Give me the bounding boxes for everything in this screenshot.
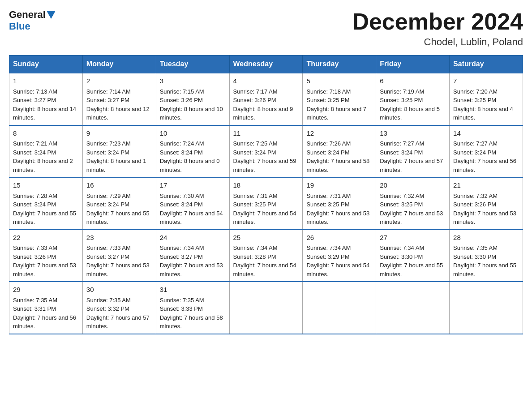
day-number: 28 bbox=[453, 233, 519, 243]
day-number: 16 bbox=[86, 180, 152, 191]
day-cell: 28Sunrise: 7:35 AMSunset: 3:30 PMDayligh… bbox=[450, 230, 523, 282]
day-info: Sunrise: 7:31 AMSunset: 3:25 PMDaylight:… bbox=[306, 193, 369, 226]
logo-triangle-icon bbox=[47, 11, 56, 19]
day-number: 21 bbox=[453, 180, 519, 191]
day-cell: 27Sunrise: 7:34 AMSunset: 3:30 PMDayligh… bbox=[376, 230, 450, 282]
header-monday: Monday bbox=[82, 56, 156, 73]
header-row: SundayMondayTuesdayWednesdayThursdayFrid… bbox=[9, 56, 523, 73]
day-number: 13 bbox=[380, 128, 446, 139]
day-info: Sunrise: 7:35 AMSunset: 3:32 PMDaylight:… bbox=[86, 297, 150, 330]
month-title: December 2024 bbox=[352, 9, 523, 34]
day-info: Sunrise: 7:30 AMSunset: 3:24 PMDaylight:… bbox=[160, 193, 223, 226]
day-cell: 12Sunrise: 7:26 AMSunset: 3:24 PMDayligh… bbox=[303, 125, 376, 178]
day-number: 24 bbox=[160, 233, 226, 243]
day-cell: 7Sunrise: 7:20 AMSunset: 3:25 PMDaylight… bbox=[450, 73, 523, 125]
day-info: Sunrise: 7:24 AMSunset: 3:24 PMDaylight:… bbox=[160, 140, 220, 173]
day-cell: 13Sunrise: 7:27 AMSunset: 3:24 PMDayligh… bbox=[376, 125, 450, 178]
day-number: 5 bbox=[306, 76, 372, 86]
day-info: Sunrise: 7:34 AMSunset: 3:28 PMDaylight:… bbox=[233, 244, 296, 278]
day-number: 20 bbox=[380, 180, 446, 191]
day-cell: 24Sunrise: 7:34 AMSunset: 3:27 PMDayligh… bbox=[156, 230, 229, 282]
day-cell: 26Sunrise: 7:34 AMSunset: 3:29 PMDayligh… bbox=[303, 230, 376, 282]
location-subtitle: Chodel, Lublin, Poland bbox=[352, 36, 523, 48]
day-cell: 8Sunrise: 7:21 AMSunset: 3:24 PMDaylight… bbox=[9, 125, 83, 178]
day-number: 22 bbox=[13, 233, 79, 243]
day-number: 29 bbox=[13, 285, 79, 295]
day-info: Sunrise: 7:25 AMSunset: 3:24 PMDaylight:… bbox=[233, 140, 296, 173]
header-thursday: Thursday bbox=[303, 56, 376, 73]
day-number: 11 bbox=[233, 128, 299, 139]
day-number: 31 bbox=[160, 285, 226, 295]
day-info: Sunrise: 7:23 AMSunset: 3:24 PMDaylight:… bbox=[86, 140, 146, 173]
week-row-5: 29Sunrise: 7:35 AMSunset: 3:31 PMDayligh… bbox=[9, 282, 523, 334]
day-info: Sunrise: 7:20 AMSunset: 3:25 PMDaylight:… bbox=[453, 88, 513, 121]
day-number: 7 bbox=[453, 76, 519, 86]
day-number: 23 bbox=[86, 233, 152, 243]
day-number: 26 bbox=[306, 233, 372, 243]
day-number: 30 bbox=[86, 285, 152, 295]
day-cell: 6Sunrise: 7:19 AMSunset: 3:25 PMDaylight… bbox=[376, 73, 450, 125]
header-wednesday: Wednesday bbox=[229, 56, 303, 73]
day-info: Sunrise: 7:33 AMSunset: 3:26 PMDaylight:… bbox=[13, 244, 76, 278]
day-cell bbox=[303, 282, 376, 334]
day-number: 19 bbox=[306, 180, 372, 191]
day-info: Sunrise: 7:19 AMSunset: 3:25 PMDaylight:… bbox=[380, 88, 440, 121]
day-info: Sunrise: 7:34 AMSunset: 3:27 PMDaylight:… bbox=[160, 244, 223, 278]
day-number: 2 bbox=[86, 76, 152, 86]
header-friday: Friday bbox=[376, 56, 450, 73]
day-info: Sunrise: 7:34 AMSunset: 3:29 PMDaylight:… bbox=[306, 244, 369, 278]
day-info: Sunrise: 7:18 AMSunset: 3:25 PMDaylight:… bbox=[306, 88, 366, 121]
day-info: Sunrise: 7:33 AMSunset: 3:27 PMDaylight:… bbox=[86, 244, 150, 278]
title-section: December 2024 Chodel, Lublin, Poland bbox=[352, 9, 523, 48]
day-info: Sunrise: 7:35 AMSunset: 3:30 PMDaylight:… bbox=[453, 244, 516, 278]
day-number: 25 bbox=[233, 233, 299, 243]
day-cell: 16Sunrise: 7:29 AMSunset: 3:24 PMDayligh… bbox=[82, 177, 156, 230]
day-cell: 5Sunrise: 7:18 AMSunset: 3:25 PMDaylight… bbox=[303, 73, 376, 125]
week-row-3: 15Sunrise: 7:28 AMSunset: 3:24 PMDayligh… bbox=[9, 177, 523, 230]
day-number: 17 bbox=[160, 180, 226, 191]
day-cell: 10Sunrise: 7:24 AMSunset: 3:24 PMDayligh… bbox=[156, 125, 229, 178]
day-cell: 9Sunrise: 7:23 AMSunset: 3:24 PMDaylight… bbox=[82, 125, 156, 178]
day-number: 15 bbox=[13, 180, 79, 191]
logo: General Blue bbox=[9, 9, 56, 32]
day-number: 12 bbox=[306, 128, 372, 139]
day-cell bbox=[229, 282, 303, 334]
page-header: General Blue December 2024 Chodel, Lubli… bbox=[9, 9, 523, 48]
week-row-1: 1Sunrise: 7:13 AMSunset: 3:27 PMDaylight… bbox=[9, 73, 523, 125]
day-cell: 30Sunrise: 7:35 AMSunset: 3:32 PMDayligh… bbox=[82, 282, 156, 334]
day-cell: 31Sunrise: 7:35 AMSunset: 3:33 PMDayligh… bbox=[156, 282, 229, 334]
day-cell bbox=[450, 282, 523, 334]
day-info: Sunrise: 7:35 AMSunset: 3:31 PMDaylight:… bbox=[13, 297, 76, 330]
day-info: Sunrise: 7:35 AMSunset: 3:33 PMDaylight:… bbox=[160, 297, 223, 330]
day-cell: 2Sunrise: 7:14 AMSunset: 3:27 PMDaylight… bbox=[82, 73, 156, 125]
day-info: Sunrise: 7:29 AMSunset: 3:24 PMDaylight:… bbox=[86, 193, 150, 226]
day-cell: 15Sunrise: 7:28 AMSunset: 3:24 PMDayligh… bbox=[9, 177, 83, 230]
day-info: Sunrise: 7:32 AMSunset: 3:26 PMDaylight:… bbox=[453, 193, 516, 226]
day-info: Sunrise: 7:21 AMSunset: 3:24 PMDaylight:… bbox=[13, 140, 73, 173]
day-number: 27 bbox=[380, 233, 446, 243]
day-cell: 4Sunrise: 7:17 AMSunset: 3:26 PMDaylight… bbox=[229, 73, 303, 125]
day-cell bbox=[376, 282, 450, 334]
day-info: Sunrise: 7:27 AMSunset: 3:24 PMDaylight:… bbox=[380, 140, 443, 173]
day-info: Sunrise: 7:27 AMSunset: 3:24 PMDaylight:… bbox=[453, 140, 516, 173]
day-number: 10 bbox=[160, 128, 226, 139]
day-cell: 29Sunrise: 7:35 AMSunset: 3:31 PMDayligh… bbox=[9, 282, 83, 334]
header-sunday: Sunday bbox=[9, 56, 83, 73]
week-row-2: 8Sunrise: 7:21 AMSunset: 3:24 PMDaylight… bbox=[9, 125, 523, 178]
day-cell: 25Sunrise: 7:34 AMSunset: 3:28 PMDayligh… bbox=[229, 230, 303, 282]
day-cell: 21Sunrise: 7:32 AMSunset: 3:26 PMDayligh… bbox=[450, 177, 523, 230]
day-number: 6 bbox=[380, 76, 446, 86]
day-cell: 1Sunrise: 7:13 AMSunset: 3:27 PMDaylight… bbox=[9, 73, 83, 125]
day-number: 9 bbox=[86, 128, 152, 139]
day-cell: 14Sunrise: 7:27 AMSunset: 3:24 PMDayligh… bbox=[450, 125, 523, 178]
day-cell: 18Sunrise: 7:31 AMSunset: 3:25 PMDayligh… bbox=[229, 177, 303, 230]
header-tuesday: Tuesday bbox=[156, 56, 229, 73]
day-info: Sunrise: 7:32 AMSunset: 3:25 PMDaylight:… bbox=[380, 193, 443, 226]
logo-general-text: General bbox=[9, 9, 46, 21]
day-cell: 23Sunrise: 7:33 AMSunset: 3:27 PMDayligh… bbox=[82, 230, 156, 282]
day-info: Sunrise: 7:34 AMSunset: 3:30 PMDaylight:… bbox=[380, 244, 443, 278]
day-info: Sunrise: 7:31 AMSunset: 3:25 PMDaylight:… bbox=[233, 193, 296, 226]
day-cell: 11Sunrise: 7:25 AMSunset: 3:24 PMDayligh… bbox=[229, 125, 303, 178]
day-cell: 3Sunrise: 7:15 AMSunset: 3:26 PMDaylight… bbox=[156, 73, 229, 125]
day-cell: 19Sunrise: 7:31 AMSunset: 3:25 PMDayligh… bbox=[303, 177, 376, 230]
